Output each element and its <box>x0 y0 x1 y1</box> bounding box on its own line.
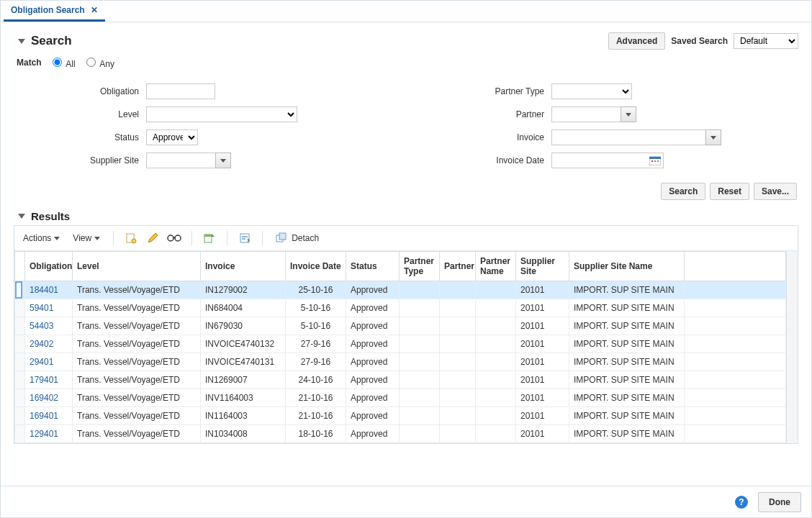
partner-type-select[interactable] <box>551 83 632 99</box>
reset-button[interactable]: Reset <box>710 183 749 200</box>
cell-supplier-site: 20101 <box>516 389 569 407</box>
cell-partner <box>440 281 476 299</box>
help-icon[interactable]: ? <box>735 496 748 509</box>
obligation-input[interactable] <box>146 83 215 99</box>
cell-obligation[interactable]: 169402 <box>25 389 73 407</box>
row-handle[interactable] <box>15 407 25 425</box>
supplier-site-combo[interactable] <box>146 153 231 168</box>
row-handle[interactable] <box>15 317 25 335</box>
cell-partner-name <box>476 281 516 299</box>
cell-obligation[interactable]: 129401 <box>25 425 73 443</box>
cell-invoice-date: 27-9-16 <box>286 335 346 353</box>
dropdown-icon[interactable] <box>705 130 721 145</box>
edit-icon[interactable] <box>144 230 161 246</box>
table-row[interactable]: 169401Trans. Vessel/Voyage/ETDIN11640032… <box>15 407 786 425</box>
dropdown-icon[interactable] <box>621 106 636 122</box>
cell-invoice: IN679030 <box>201 317 286 335</box>
svg-marker-6 <box>134 234 136 236</box>
partner-combo[interactable] <box>551 106 636 122</box>
cell-obligation[interactable]: 184401 <box>25 281 73 299</box>
status-label: Status <box>17 132 146 142</box>
cell-partner-type <box>400 299 440 317</box>
row-handle[interactable] <box>15 299 25 317</box>
search-button[interactable]: Search <box>661 183 705 200</box>
row-handle[interactable] <box>15 281 25 299</box>
col-status[interactable]: Status <box>346 252 400 281</box>
table-row[interactable]: 29401Trans. Vessel/Voyage/ETDINVOICE4740… <box>15 353 786 371</box>
save-button[interactable]: Save... <box>754 183 797 200</box>
cell-level: Trans. Vessel/Voyage/ETD <box>73 389 201 407</box>
col-invoice[interactable]: Invoice <box>201 252 286 281</box>
row-handle[interactable] <box>15 425 25 443</box>
cell-obligation[interactable]: 29401 <box>25 353 73 371</box>
saved-search-select[interactable]: Default <box>734 33 798 49</box>
row-handle[interactable] <box>15 389 25 407</box>
invoice-date-input[interactable] <box>551 153 664 168</box>
partner-input[interactable] <box>551 106 621 122</box>
cell-obligation[interactable]: 29402 <box>25 335 73 353</box>
row-handle[interactable] <box>15 335 25 353</box>
cell-invoice: IN1279002 <box>201 281 286 299</box>
view-icon[interactable] <box>166 230 183 246</box>
cell-partner <box>440 407 476 425</box>
create-icon[interactable] <box>122 230 140 246</box>
actions-menu[interactable]: Actions <box>19 231 64 245</box>
advanced-button[interactable]: Advanced <box>608 32 665 50</box>
col-supplier-site-name[interactable]: Supplier Site Name <box>569 252 685 281</box>
wrap-icon[interactable] <box>236 230 253 246</box>
col-obligation[interactable]: Obligation <box>25 252 73 281</box>
done-button[interactable]: Done <box>758 492 801 512</box>
table-scrollbar[interactable] <box>786 251 798 443</box>
col-supplier-site[interactable]: Supplier Site <box>516 252 569 281</box>
match-any-radio[interactable] <box>86 58 96 67</box>
match-all-option[interactable]: All <box>49 55 76 69</box>
row-handle[interactable] <box>15 371 25 389</box>
table-row[interactable]: 129401Trans. Vessel/Voyage/ETDIN10340081… <box>15 425 786 443</box>
table-row[interactable]: 54403Trans. Vessel/Voyage/ETDIN6790305-1… <box>15 317 786 335</box>
col-partner-name[interactable]: Partner Name <box>476 252 516 281</box>
col-level[interactable]: Level <box>73 252 201 281</box>
cell-obligation[interactable]: 169401 <box>25 407 73 425</box>
invoice-input[interactable] <box>551 130 705 145</box>
cell-partner-name <box>476 335 516 353</box>
col-partner[interactable]: Partner <box>440 252 476 281</box>
detach-button[interactable]: Detach <box>271 231 323 245</box>
cell-partner-type <box>400 371 440 389</box>
table-row[interactable]: 169402Trans. Vessel/Voyage/ETDINV1164003… <box>15 389 786 407</box>
search-section-header[interactable]: Search <box>18 34 72 48</box>
export-icon[interactable] <box>201 230 218 246</box>
view-menu[interactable]: View <box>68 231 104 245</box>
cell-invoice: IN1269007 <box>201 371 286 389</box>
col-partner-type[interactable]: Partner Type <box>400 252 440 281</box>
cell-supplier-site: 20101 <box>516 407 569 425</box>
close-icon[interactable]: ✕ <box>91 5 98 15</box>
cell-invoice-date: 21-10-16 <box>286 389 346 407</box>
row-handle[interactable] <box>15 353 25 371</box>
cell-invoice-date: 21-10-16 <box>286 407 346 425</box>
invoice-combo[interactable] <box>551 130 721 145</box>
cell-partner-name <box>476 299 516 317</box>
col-invoice-date[interactable]: Invoice Date <box>286 252 346 281</box>
cell-obligation[interactable]: 54403 <box>25 317 73 335</box>
svg-point-9 <box>168 235 173 241</box>
status-select[interactable]: Approved <box>146 130 198 145</box>
cell-status: Approved <box>346 317 400 335</box>
results-section-header[interactable]: Results <box>18 210 798 222</box>
cell-invoice: IN1034008 <box>201 425 286 443</box>
cell-partner <box>440 353 476 371</box>
cell-obligation[interactable]: 179401 <box>25 371 73 389</box>
level-select[interactable] <box>146 106 297 122</box>
supplier-site-input[interactable] <box>146 153 215 168</box>
dropdown-icon[interactable] <box>215 153 231 168</box>
table-row[interactable]: 29402Trans. Vessel/Voyage/ETDINVOICE4740… <box>15 335 786 353</box>
tab-obligation-search[interactable]: Obligation Search ✕ <box>4 1 105 22</box>
invoice-date-label: Invoice Date <box>422 155 551 165</box>
table-row[interactable]: 59401Trans. Vessel/Voyage/ETDIN6840045-1… <box>15 299 786 317</box>
table-row[interactable]: 184401Trans. Vessel/Voyage/ETDIN12790022… <box>15 281 786 299</box>
cell-obligation[interactable]: 59401 <box>25 299 73 317</box>
match-any-option[interactable]: Any <box>83 55 114 69</box>
match-all-radio[interactable] <box>53 58 62 67</box>
svg-rect-15 <box>279 233 286 240</box>
cell-supplier-site: 20101 <box>516 281 569 299</box>
table-row[interactable]: 179401Trans. Vessel/Voyage/ETDIN12690072… <box>15 371 786 389</box>
